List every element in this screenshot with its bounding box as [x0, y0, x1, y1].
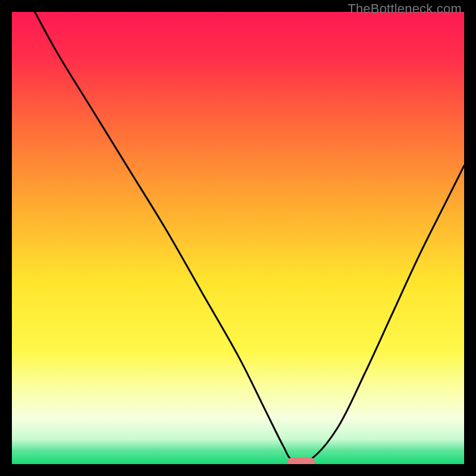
curve-layer [12, 12, 464, 464]
bottleneck-curve [30, 12, 464, 463]
optimal-marker [288, 458, 315, 464]
watermark-text: TheBottleneck.com [347, 1, 462, 17]
chart-frame: TheBottleneck.com [0, 0, 476, 476]
plot-area [12, 12, 464, 464]
